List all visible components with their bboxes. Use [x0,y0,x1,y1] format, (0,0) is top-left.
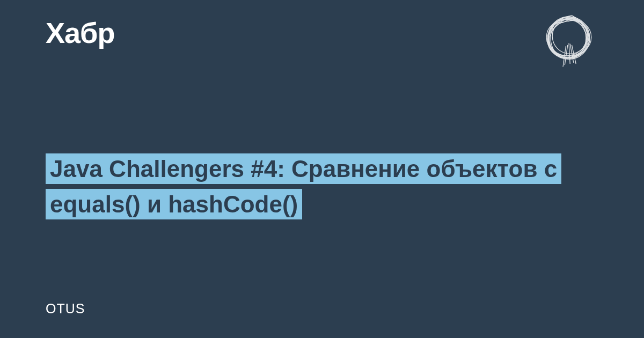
svg-point-2 [552,18,588,54]
article-title-text: Java Challengers #4: Сравнение объектов … [46,153,561,219]
article-title: Java Challengers #4: Сравнение объектов … [46,151,598,222]
svg-point-3 [546,18,591,56]
scribble-icon [539,11,598,70]
header: Хабр [46,16,598,70]
article-author: OTUS [46,301,85,317]
article-title-container: Java Challengers #4: Сравнение объектов … [46,151,598,222]
svg-point-4 [551,17,586,59]
site-logo: Хабр [46,16,114,49]
